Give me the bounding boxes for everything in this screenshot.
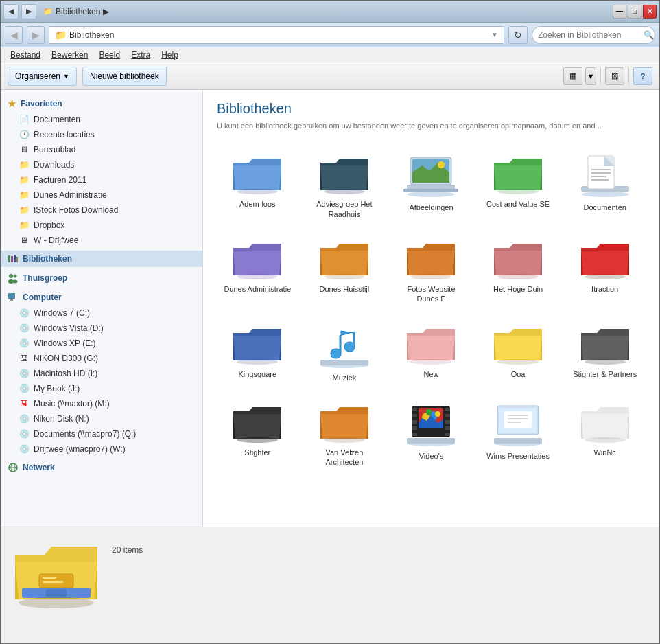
sidebar-item-mybook[interactable]: 💿 My Book (J:) (1, 381, 202, 396)
disk-icon-c: 💿 (19, 308, 30, 319)
library-item-ooa[interactable]: Ooa (478, 315, 559, 388)
library-item-het-hoge-duin[interactable]: Het Hoge Duin (478, 230, 559, 310)
forward-button[interactable]: ▶ (27, 26, 45, 44)
menu-extra[interactable]: Extra (127, 49, 154, 61)
sidebar-item-dunes-admin[interactable]: 📁 Dunes Administratie (1, 187, 202, 203)
address-dropdown-icon[interactable]: ▼ (491, 31, 498, 38)
library-item-itraction[interactable]: Itraction (564, 230, 646, 310)
library-item-dunes-admin[interactable]: Dunes Administratie (217, 230, 298, 310)
svg-rect-53 (445, 414, 450, 417)
svg-rect-55 (445, 426, 450, 430)
minimize-button[interactable]: — (613, 5, 626, 19)
sidebar-header-bibliotheken[interactable]: Bibliotheken (1, 251, 202, 267)
nav-back-btn[interactable]: ◀ (3, 4, 19, 19)
folder-very-dark-icon (230, 399, 285, 444)
folder-white-icon (578, 399, 633, 444)
svg-rect-3 (16, 257, 18, 262)
library-item-dunes-huisstijl[interactable]: Dunes Huisstijl (304, 230, 386, 310)
preview-pane-button[interactable]: ▧ (605, 67, 624, 85)
sidebar-label-computer: Computer (23, 292, 62, 302)
organize-button[interactable]: Organiseren ▼ (8, 67, 77, 86)
sidebar-item-documents-q[interactable]: 💿 Documents (\\macpro7) (Q:) (1, 426, 202, 441)
sidebar-header-netwerk[interactable]: Netwerk (1, 459, 202, 476)
sidebar-item-windowsvista[interactable]: 💿 Windows Vista (D:) (1, 321, 202, 336)
library-item-label-itraction: Itraction (591, 284, 618, 294)
sidebar-item-recente[interactable]: 🕐 Recente locaties (1, 127, 202, 142)
network-icon (8, 462, 19, 473)
svg-rect-10 (9, 301, 14, 301)
maximize-button[interactable]: □ (628, 5, 641, 19)
disk-icon-q: 💿 (19, 428, 30, 439)
library-item-winnc[interactable]: WinNc (564, 393, 646, 473)
sidebar-item-windows7[interactable]: 💿 Windows 7 (C:) (1, 306, 202, 321)
sidebar-item-label-windows7: Windows 7 (C:) (34, 308, 90, 318)
sidebar-item-windowsxp[interactable]: 💿 Windows XP (E:) (1, 336, 202, 351)
library-item-stighter-partners[interactable]: Stighter & Partners (564, 315, 646, 388)
search-box[interactable]: 🔍 (532, 26, 655, 44)
library-item-videos[interactable]: Video's (390, 393, 472, 473)
library-item-kingsquare[interactable]: Kingsquare (217, 315, 298, 388)
library-item-muziek[interactable]: Muziek (304, 315, 386, 388)
library-item-documenten[interactable]: Documenten (564, 145, 646, 225)
sidebar-item-facturen[interactable]: 📁 Facturen 2011 (1, 172, 202, 187)
close-button[interactable]: ✕ (643, 5, 657, 19)
addressbar: ◀ ▶ 📁 Bibliotheken ▼ ↻ 🔍 (1, 23, 659, 47)
content-title: Bibliotheken (217, 101, 646, 117)
view-mode-button[interactable]: ▦ (563, 67, 582, 85)
search-input[interactable] (538, 30, 641, 40)
library-item-new[interactable]: New (390, 315, 472, 388)
sidebar-item-bureaublad[interactable]: 🖥 Bureaublad (1, 142, 202, 157)
view-dropdown-button[interactable]: ▼ (585, 67, 596, 85)
nav-forward-btn[interactable]: ▶ (21, 4, 36, 19)
sidebar-header-favorieten[interactable]: ★ Favorieten (1, 95, 202, 112)
sidebar-item-documenten[interactable]: 📄 Documenten (1, 112, 202, 127)
library-item-van-velzen[interactable]: Van Velzen Architecten (304, 393, 386, 473)
disk-icon-j: 💿 (19, 383, 30, 394)
menubar: Bestand Bewerken Beeld Extra Help (1, 47, 659, 62)
address-text: Bibliotheken (69, 30, 488, 40)
library-item-afbeeldingen[interactable]: Afbeeldingen (390, 145, 472, 225)
svg-rect-8 (8, 293, 15, 299)
sidebar-item-nikon[interactable]: 🖫 NIKON D300 (G:) (1, 351, 202, 366)
library-item-adem-loos[interactable]: Adem-loos (217, 145, 298, 225)
menu-bewerken[interactable]: Bewerken (47, 49, 92, 61)
library-item-label-dunes-admin: Dunes Administratie (224, 284, 291, 294)
sidebar-item-music[interactable]: 🖫 Music (\\maxtor) (M:) (1, 396, 202, 411)
library-item-adviesgroep[interactable]: Adviesgroep Het Raadhuis (304, 145, 386, 225)
svg-point-14 (237, 189, 278, 194)
sidebar-item-label-istock: IStock Fotos Download (34, 205, 118, 215)
svg-point-43 (324, 437, 365, 443)
refresh-button[interactable]: ↻ (508, 26, 528, 44)
disk-icon-n: 💿 (19, 413, 30, 424)
menu-beeld[interactable]: Beeld (95, 49, 124, 61)
library-item-stighter[interactable]: Stighter (217, 393, 298, 473)
sidebar-item-macintosh[interactable]: 💿 Macintosh HD (I:) (1, 366, 202, 381)
sidebar-header-computer[interactable]: Computer (1, 289, 202, 306)
library-item-label-van-velzen: Van Velzen Architecten (310, 448, 379, 468)
sidebar-item-istock[interactable]: 📁 IStock Fotos Download (1, 203, 202, 218)
menu-help[interactable]: Help (157, 49, 182, 61)
videos-icon (403, 399, 458, 447)
sidebar-item-drijfwee-w[interactable]: 💿 Drijfwee (\\macpro7) (W:) (1, 441, 202, 457)
menu-bestand[interactable]: Bestand (6, 49, 45, 61)
sidebar-item-downloads[interactable]: 📁 Downloads (1, 157, 202, 172)
back-button[interactable]: ◀ (5, 26, 23, 44)
svg-rect-67 (504, 411, 532, 428)
library-item-fotos-website[interactable]: Fotos Website Dunes E (390, 230, 472, 310)
library-item-wims-presentaties[interactable]: Wims Presentaties (478, 393, 559, 473)
library-item-cost-value[interactable]: Cost and Value SE (478, 145, 559, 225)
sidebar-header-thuisgroep[interactable]: Thuisgroep (1, 270, 202, 286)
sidebar-item-label-windowsxp: Windows XP (E:) (34, 338, 95, 348)
address-box[interactable]: 📁 Bibliotheken ▼ (49, 26, 504, 44)
help-button[interactable]: ? (633, 67, 652, 85)
statusbar: 20 items (1, 527, 659, 643)
new-library-button[interactable]: Nieuwe bibliotheek (82, 67, 167, 86)
sidebar-item-dropbox[interactable]: 📁 Dropbox (1, 218, 202, 233)
svg-rect-74 (43, 581, 63, 583)
sidebar-label-netwerk: Netwerk (23, 463, 55, 472)
sidebar-item-w-drijfwee[interactable]: 🖥 W - Drijfwee (1, 233, 202, 248)
sidebar-item-nikondisk[interactable]: 💿 Nikon Disk (N:) (1, 411, 202, 426)
sidebar-item-label-drijfwee-w: Drijfwee (\\macpro7) (W:) (34, 444, 126, 454)
sidebar-item-label-nikon: NIKON D300 (G:) (34, 354, 98, 363)
sidebar-item-label-documenten: Documenten (34, 115, 80, 124)
